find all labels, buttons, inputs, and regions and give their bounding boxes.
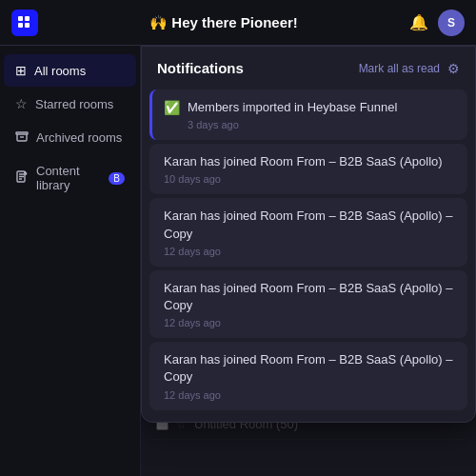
- sidebar-item-archived-rooms[interactable]: Archived rooms: [4, 121, 136, 154]
- notification-time: 3 days ago: [188, 119, 397, 130]
- notification-time: 12 days ago: [164, 317, 456, 328]
- notifications-header: Notifications Mark all as read ⚙: [142, 47, 475, 86]
- sidebar-item-label: Starred rooms: [35, 97, 113, 111]
- checkmark-icon: ✅: [164, 100, 180, 115]
- notification-item[interactable]: Karan has joined Room From – B2B SaaS (A…: [149, 342, 467, 409]
- topbar: 🙌 Hey there Pioneer! 🔔 S: [0, 0, 476, 46]
- sidebar-item-label: Content library: [36, 164, 101, 192]
- notifications-title: Notifications: [157, 60, 351, 76]
- sidebar-item-starred-rooms[interactable]: ☆ Starred rooms: [4, 88, 136, 120]
- archive-icon: [15, 129, 29, 146]
- svg-rect-2: [18, 23, 23, 28]
- notifications-list: ✅ Members imported in Heybase Funnel 3 d…: [142, 86, 475, 422]
- svg-rect-1: [25, 16, 30, 21]
- grid-icon: ⊞: [15, 63, 27, 78]
- star-icon: ☆: [15, 96, 28, 111]
- svg-rect-0: [18, 16, 23, 21]
- notification-time: 12 days ago: [164, 389, 456, 401]
- sidebar-item-label: Archived rooms: [36, 130, 122, 145]
- notification-text: Members imported in Heybase Funnel: [188, 99, 397, 116]
- notifications-panel: Notifications Mark all as read ⚙ ✅ Membe…: [141, 46, 476, 423]
- notification-text: Karan has joined Room From – B2B SaaS (A…: [164, 280, 456, 314]
- notification-time: 12 days ago: [164, 246, 456, 257]
- main-layout: ⊞ All rooms ☆ Starred rooms Archived roo…: [0, 46, 476, 476]
- sidebar: ⊞ All rooms ☆ Starred rooms Archived roo…: [0, 46, 141, 476]
- notification-text: Karan has joined Room From – B2B SaaS (A…: [164, 153, 456, 170]
- sidebar-item-content-library[interactable]: Content library B: [4, 155, 136, 201]
- logo: [11, 10, 38, 36]
- notification-text: Karan has joined Room From – B2B SaaS (A…: [164, 208, 456, 242]
- notifications-settings-icon[interactable]: ⚙: [447, 61, 460, 76]
- content-area: ☆ Untitled Room (51) ☆ Untitled Room (50…: [141, 46, 476, 476]
- svg-rect-3: [25, 23, 30, 28]
- notification-item[interactable]: Karan has joined Room From – B2B SaaS (A…: [149, 144, 467, 194]
- sidebar-item-all-rooms[interactable]: ⊞ All rooms: [4, 54, 136, 87]
- notification-item[interactable]: Karan has joined Room From – B2B SaaS (A…: [149, 198, 467, 266]
- bell-icon[interactable]: 🔔: [409, 13, 428, 31]
- mark-all-read-button[interactable]: Mark all as read: [359, 62, 440, 75]
- svg-rect-4: [16, 132, 28, 134]
- content-library-badge: B: [109, 172, 125, 185]
- notification-item[interactable]: ✅ Members imported in Heybase Funnel 3 d…: [149, 89, 467, 140]
- greeting-text: 🙌 Hey there Pioneer!: [149, 14, 298, 31]
- sidebar-item-label: All rooms: [34, 64, 86, 78]
- notification-item[interactable]: Karan has joined Room From – B2B SaaS (A…: [149, 270, 467, 338]
- notification-time: 10 days ago: [164, 173, 456, 185]
- notification-item-header: ✅ Members imported in Heybase Funnel 3 d…: [164, 99, 456, 130]
- notification-content: Members imported in Heybase Funnel 3 day…: [188, 99, 397, 130]
- document-icon: [15, 170, 29, 187]
- avatar[interactable]: S: [438, 10, 465, 36]
- notification-text: Karan has joined Room From – B2B SaaS (A…: [164, 351, 456, 386]
